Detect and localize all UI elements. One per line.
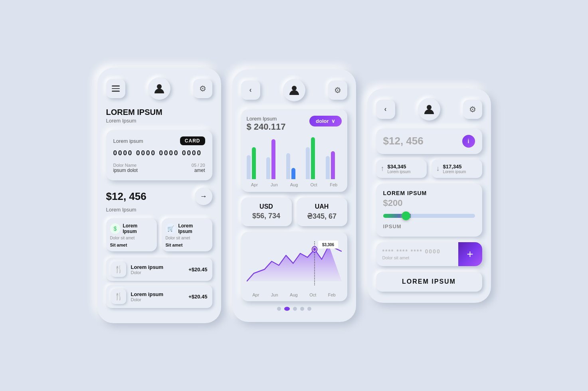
s3-stats-row: ↑ $34,345 Lorem ipsum ↓ $17,345 Lorem ip… <box>376 160 482 178</box>
line-label-aug: Aug <box>290 292 298 297</box>
line-label-feb: Feb <box>328 292 336 297</box>
dot-4[interactable] <box>307 307 311 311</box>
back-icon-3: ‹ <box>384 105 387 113</box>
action-title-1: Lorem Ipsum <box>123 223 152 234</box>
s3-card-sub: Dolor sit amet <box>382 255 452 260</box>
action-card-shopping[interactable]: $ Lorem Ipsum Dolor sit amet Sit amet <box>106 218 157 251</box>
card-widget: Lorem ipsum CARD 0000 0000 0000 0000 Dol… <box>106 130 212 180</box>
tx-sub-2: Dolor <box>131 297 184 302</box>
s3-slider-card: LOREM IPSUM $200 IPSUM <box>376 184 482 237</box>
dollar-icon: $ <box>110 223 121 234</box>
hamburger-icon <box>112 85 120 92</box>
card-label: Lorem ipsum <box>113 138 143 144</box>
gear-icon-2: ⚙ <box>334 85 341 95</box>
chart-title-group: Lorem Ipsum $ 240.117 <box>247 116 286 132</box>
bar-group-jun <box>266 139 282 179</box>
bar-chart-card: Lorem Ipsum $ 240.117 dolor ∨ <box>241 109 347 192</box>
balance-label: Lorem Ipsum <box>106 207 212 213</box>
slider-thumb[interactable] <box>402 211 410 220</box>
action-icon-row-2: 🛒 Lorem Ipsum <box>166 223 208 234</box>
dolor-badge[interactable]: dolor ∨ <box>309 116 342 126</box>
bar-aug-blue <box>291 168 295 179</box>
transaction-item-1[interactable]: 🍴 Lorem ipsum Dolor +$20.45 <box>106 258 212 281</box>
action-desc-2: Dolor sit amet <box>166 236 208 240</box>
line-chart-card: $3,306 Apr Jun Aug Oct Feb <box>241 232 347 301</box>
line-label-apr: Apr <box>252 292 259 297</box>
card-header: Lorem ipsum CARD <box>113 136 205 145</box>
action-card-cart[interactable]: 🛒 Lorem Ipsum Dolor sit amet Sit amet <box>162 218 212 251</box>
dot-1[interactable] <box>284 307 290 311</box>
stat-up-info: $34,345 Lorem ipsum <box>388 164 411 174</box>
bar-label-apr: Apr <box>247 182 263 187</box>
chevron-down-icon: ∨ <box>331 118 335 124</box>
currency-usd-name: USD <box>246 203 287 210</box>
arrow-right-icon: → <box>200 192 207 201</box>
arrow-right-button[interactable]: → <box>195 188 212 205</box>
stat-up-label: Lorem ipsum <box>388 170 411 174</box>
s3-slider-title: LOREM IPSUM <box>383 190 475 196</box>
s3-balance-amount: $12, 456 <box>383 135 424 147</box>
back-button-2[interactable]: ‹ <box>241 81 260 100</box>
action-row: $ Lorem Ipsum Dolor sit amet Sit amet 🛒 … <box>106 218 212 251</box>
transaction-item-2[interactable]: 🍴 Lorem ipsum Dolor +$20.45 <box>106 285 212 308</box>
svg-point-1 <box>292 86 297 91</box>
currency-uah[interactable]: UAH ₴345, 67 <box>297 197 347 226</box>
tx-info-1: Lorem ipsum Dolor <box>131 264 184 275</box>
main-cta-button[interactable]: LOREM IPSUM <box>376 272 482 292</box>
person-icon-3 <box>423 103 436 116</box>
screen-2: ‹ ⚙ Lorem Ipsum $ 240.117 dolor <box>232 69 356 322</box>
bar-feb-purple <box>331 151 335 179</box>
card-holder-value: ipsum dolot <box>113 168 138 173</box>
bar-oct-light <box>306 147 310 179</box>
screen-3: ‹ ⚙ $12, 456 i ↑ $34,34 <box>367 89 491 303</box>
avatar-2[interactable] <box>283 79 305 101</box>
avatar-3[interactable] <box>418 98 440 120</box>
add-card-button[interactable]: + <box>458 242 482 266</box>
chart-amount: $ 240.117 <box>247 122 286 132</box>
action-title-2: Lorem Ipsum <box>178 223 208 234</box>
s3-slider-label: IPSUM <box>383 223 475 229</box>
dot-0[interactable] <box>277 307 281 311</box>
svg-text:$3,306: $3,306 <box>322 242 334 247</box>
page-title-1: LOREM IPSUM <box>106 108 212 117</box>
back-button-3[interactable]: ‹ <box>376 100 395 119</box>
s3-balance-card: $12, 456 i <box>376 128 482 154</box>
tx-info-2: Lorem ipsum Dolor <box>131 291 184 302</box>
line-label-jun: Jun <box>271 292 278 297</box>
balance-row: $12, 456 → <box>106 188 212 205</box>
bar-group-feb <box>326 151 342 179</box>
currency-row: USD $56, 734 UAH ₴345, 67 <box>241 197 347 226</box>
balance-amount: $12, 456 <box>106 190 147 203</box>
stat-down-info: $17,345 Lorem ipsum <box>443 164 466 174</box>
settings-button-1[interactable]: ⚙ <box>193 79 212 98</box>
currency-uah-name: UAH <box>301 203 343 210</box>
bar-apr-green <box>252 147 256 179</box>
svg-point-0 <box>157 84 162 89</box>
bar-label-jun: Jun <box>266 182 282 187</box>
stat-down-label: Lorem ipsum <box>443 170 466 174</box>
dots-nav <box>241 307 347 311</box>
screen-1: ⚙ LOREM IPSUM Lorem Ipsum Lorem ipsum CA… <box>97 68 221 323</box>
info-button[interactable]: i <box>462 135 475 148</box>
slider-track[interactable] <box>383 214 475 218</box>
dot-2[interactable] <box>293 307 297 311</box>
settings-button-2[interactable]: ⚙ <box>328 81 347 100</box>
menu-button[interactable] <box>106 79 125 98</box>
person-icon-2 <box>288 84 301 97</box>
avatar-1[interactable] <box>148 77 170 100</box>
bar-feb-light <box>326 156 330 179</box>
currency-usd[interactable]: USD $56, 734 <box>241 197 292 226</box>
bar-jun-purple <box>271 139 275 179</box>
s3-card-number-info: **** **** **** 0000 Dolor sit amet <box>376 243 458 266</box>
action-link-2: Sit amet <box>166 243 208 247</box>
gear-icon-1: ⚙ <box>199 84 206 93</box>
dolor-label: dolor <box>316 118 329 124</box>
bar-group-oct <box>306 137 322 179</box>
dot-3[interactable] <box>300 307 304 311</box>
s3-slider-amount: $200 <box>383 198 475 208</box>
settings-button-3[interactable]: ⚙ <box>463 100 482 119</box>
nav-bar-2: ‹ ⚙ <box>241 79 347 101</box>
bar-jun-light <box>266 157 270 179</box>
cart-icon: 🛒 <box>166 223 176 234</box>
currency-usd-value: $56, 734 <box>246 212 287 220</box>
